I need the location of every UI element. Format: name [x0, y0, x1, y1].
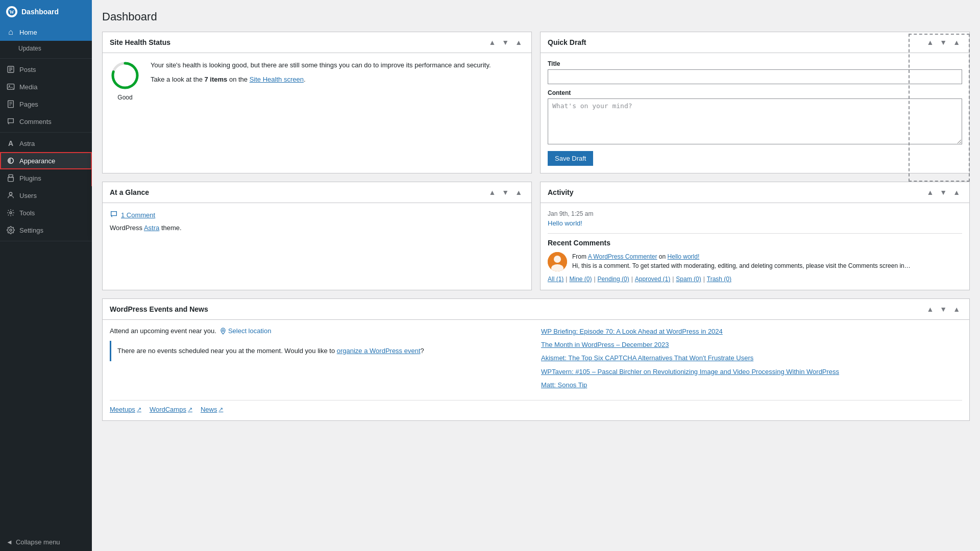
main-content: Dashboard Site Health Status ▲ ▼ ▲	[92, 0, 980, 551]
news-item-2: The Month in WordPress – December 2023	[541, 340, 962, 349]
activity-link[interactable]: Hello world!	[548, 219, 582, 227]
quick-draft-header: Quick Draft ▲ ▼ ▲	[541, 32, 969, 53]
sidebar-item-home[interactable]: ⌂ Home	[0, 23, 92, 41]
draft-content-input[interactable]	[548, 98, 962, 144]
organize-event-link[interactable]: organize a WordPress event	[337, 347, 421, 355]
svg-point-22	[554, 256, 561, 263]
at-a-glance-title: At a Glance	[110, 188, 149, 196]
sidebar-item-tools-label: Tools	[19, 209, 35, 217]
comments-pending-link[interactable]: Pending (0)	[598, 276, 629, 283]
quick-draft-down-btn[interactable]: ▼	[938, 37, 949, 47]
activity-panel: Activity ▲ ▼ ▲ Jan 9th, 1:25 am Hello wo…	[540, 182, 970, 290]
news-link-footer[interactable]: News ↗	[201, 406, 224, 413]
avatar	[548, 252, 567, 271]
draft-title-input[interactable]	[548, 69, 962, 84]
at-a-glance-down-btn[interactable]: ▼	[500, 187, 511, 197]
activity-up-btn[interactable]: ▲	[924, 187, 936, 197]
sidebar-item-posts[interactable]: Posts	[0, 61, 92, 78]
sidebar-item-astra[interactable]: A Astra	[0, 135, 92, 152]
sidebar-item-settings[interactable]: Settings	[0, 221, 92, 239]
sidebar-item-pages-label: Pages	[19, 101, 38, 108]
sidebar: W Dashboard ⌂ Home Updates Posts Media	[0, 0, 92, 551]
theme-suffix: theme.	[161, 224, 182, 232]
comments-mine-link[interactable]: Mine (0)	[569, 276, 592, 283]
svg-point-24	[222, 330, 224, 332]
news-item-1: WP Briefing: Episode 70: A Look Ahead at…	[541, 327, 962, 336]
select-location-label: Select location	[228, 327, 272, 335]
site-health-toggle-btn[interactable]: ▲	[513, 37, 524, 47]
quick-draft-toggle-btn[interactable]: ▲	[951, 37, 962, 47]
site-health-panel: Site Health Status ▲ ▼ ▲ Good	[102, 32, 532, 173]
comment-post-link[interactable]: Hello world!	[668, 253, 700, 260]
sidebar-item-plugins[interactable]: Plugins	[0, 169, 92, 187]
comment-count-link[interactable]: 1 Comment	[121, 211, 155, 219]
collapse-arrow-icon: ◄	[6, 538, 13, 546]
save-draft-button[interactable]: Save Draft	[548, 151, 593, 166]
health-cta-link[interactable]: Site Health screen	[250, 76, 304, 83]
panels-grid: Site Health Status ▲ ▼ ▲ Good	[102, 32, 970, 421]
sidebar-title: Dashboard	[21, 8, 59, 16]
svg-text:W: W	[9, 9, 14, 15]
news-link-2[interactable]: The Month in WordPress – December 2023	[541, 340, 962, 349]
site-health-body: Good Your site's health is looking good,…	[103, 53, 531, 108]
astra-theme-link[interactable]: Astra	[144, 224, 159, 232]
sidebar-item-tools[interactable]: Tools	[0, 204, 92, 221]
sidebar-item-pages[interactable]: Pages	[0, 95, 92, 113]
sidebar-item-settings-label: Settings	[19, 227, 43, 234]
news-icon: ↗	[218, 406, 223, 413]
at-a-glance-toggle-btn[interactable]: ▲	[513, 187, 524, 197]
appearance-icon	[6, 156, 15, 165]
sidebar-sep-3	[0, 241, 92, 241]
health-cta: Take a look at the 7 items on the Site H…	[151, 74, 491, 85]
sep4: |	[672, 276, 674, 283]
activity-title: Activity	[548, 188, 574, 196]
comment-body: Hi, this is a comment. To get started wi…	[572, 261, 911, 270]
sidebar-item-comments[interactable]: Comments	[0, 113, 92, 130]
page-title: Dashboard	[102, 10, 970, 23]
sidebar-item-updates[interactable]: Updates	[0, 41, 92, 56]
events-toggle-btn[interactable]: ▲	[951, 304, 962, 314]
sidebar-item-users[interactable]: Users	[0, 187, 92, 204]
comments-spam-link[interactable]: Spam (0)	[676, 276, 701, 283]
events-up-btn[interactable]: ▲	[924, 304, 936, 314]
news-link-1[interactable]: WP Briefing: Episode 70: A Look Ahead at…	[541, 327, 962, 336]
comments-trash-link[interactable]: Trash (0)	[707, 276, 731, 283]
site-health-controls: ▲ ▼ ▲	[486, 37, 524, 47]
sidebar-item-appearance[interactable]: Appearance	[0, 152, 92, 169]
meetups-link[interactable]: Meetups ↗	[110, 406, 141, 413]
site-health-up-btn[interactable]: ▲	[486, 37, 498, 47]
events-notice: There are no events scheduled near you a…	[110, 341, 531, 361]
site-health-header: Site Health Status ▲ ▼ ▲	[103, 32, 531, 53]
at-a-glance-up-btn[interactable]: ▲	[486, 187, 498, 197]
select-location[interactable]: Select location	[219, 327, 272, 335]
news-footer-label: News	[201, 406, 217, 413]
comments-approved-link[interactable]: Approved (1)	[635, 276, 670, 283]
news-link-3[interactable]: Akismet: The Top Six CAPTCHA Alternative…	[541, 354, 962, 363]
from-label: From	[572, 253, 586, 260]
events-news-header: WordPress Events and News ▲ ▼ ▲	[103, 299, 969, 320]
comment-icon	[110, 210, 118, 220]
svg-point-18	[10, 229, 12, 231]
svg-point-16	[9, 192, 12, 195]
settings-icon	[6, 226, 15, 235]
comments-all-link[interactable]: All (1)	[548, 276, 564, 283]
quick-draft-up-btn[interactable]: ▲	[924, 37, 936, 47]
comment-content: From A WordPress Commenter on Hello worl…	[572, 252, 911, 271]
wordcamps-link[interactable]: WordCamps ↗	[150, 406, 192, 413]
plugins-icon	[6, 173, 15, 183]
site-health-down-btn[interactable]: ▼	[500, 37, 511, 47]
activity-toggle-btn[interactable]: ▲	[951, 187, 962, 197]
at-a-glance-header: At a Glance ▲ ▼ ▲	[103, 182, 531, 203]
sep5: |	[703, 276, 705, 283]
content-label: Content	[548, 89, 962, 96]
events-right: WP Briefing: Episode 70: A Look Ahead at…	[541, 327, 962, 394]
activity-down-btn[interactable]: ▼	[938, 187, 949, 197]
events-down-btn[interactable]: ▼	[938, 304, 949, 314]
sidebar-header[interactable]: W Dashboard	[0, 0, 92, 23]
news-link-5[interactable]: Matt: Sonos Tip	[541, 381, 962, 390]
title-label: Title	[548, 60, 962, 67]
collapse-menu-button[interactable]: ◄ Collapse menu	[0, 533, 92, 551]
news-link-4[interactable]: WPTavern: #105 – Pascal Birchler on Revo…	[541, 367, 962, 377]
sidebar-item-media[interactable]: Media	[0, 78, 92, 95]
comment-author-link[interactable]: A WordPress Commenter	[588, 253, 657, 260]
